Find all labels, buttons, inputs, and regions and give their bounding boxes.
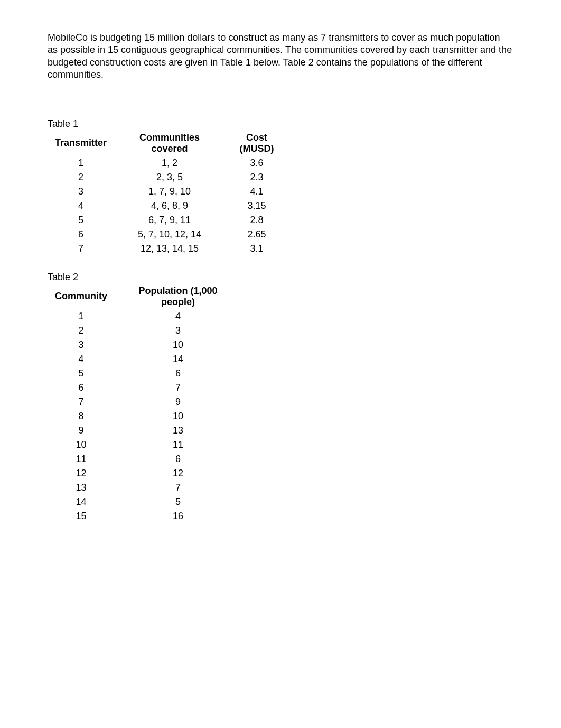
table1-cell-cost: 3.1 bbox=[225, 242, 288, 256]
table1-cell-cost: 2.65 bbox=[225, 227, 288, 242]
table2-cell-community: 7 bbox=[48, 395, 115, 409]
table-row: 23 bbox=[48, 324, 241, 338]
table2-cell-population: 10 bbox=[115, 338, 241, 352]
table2-cell-community: 4 bbox=[48, 352, 115, 366]
table-row: 56, 7, 9, 112.8 bbox=[48, 213, 288, 227]
table1-body: 11, 23.622, 3, 52.331, 7, 9, 104.144, 6,… bbox=[48, 156, 288, 256]
table1: Transmitter Communities covered Cost (MU… bbox=[48, 131, 288, 256]
table2-body: 1423310414566779810913101111612121371451… bbox=[48, 309, 241, 523]
table2-cell-community: 11 bbox=[48, 452, 115, 466]
intro-paragraph: MobileCo is budgeting 15 million dollars… bbox=[48, 32, 512, 81]
table-row: 56 bbox=[48, 366, 241, 381]
table1-cell-transmitter: 1 bbox=[48, 156, 114, 170]
table-row: 145 bbox=[48, 495, 241, 509]
table2-header-population: Population (1,000 people) bbox=[115, 284, 241, 309]
table2-cell-population: 7 bbox=[115, 481, 241, 495]
table1-cell-communities: 1, 7, 9, 10 bbox=[114, 185, 225, 199]
table1-cell-communities: 2, 3, 5 bbox=[114, 170, 225, 185]
table2-cell-population: 14 bbox=[115, 352, 241, 366]
table1-cell-transmitter: 4 bbox=[48, 199, 114, 213]
table-row: 913 bbox=[48, 423, 241, 438]
table1-cell-communities: 12, 13, 14, 15 bbox=[114, 242, 225, 256]
table2-cell-community: 13 bbox=[48, 481, 115, 495]
table2-cell-population: 6 bbox=[115, 452, 241, 466]
table2-caption: Table 2 bbox=[48, 272, 513, 283]
table-row: 31, 7, 9, 104.1 bbox=[48, 185, 288, 199]
table1-cell-cost: 4.1 bbox=[225, 185, 288, 199]
table2-cell-community: 5 bbox=[48, 366, 115, 381]
table1-cell-communities: 1, 2 bbox=[114, 156, 225, 170]
table-row: 79 bbox=[48, 395, 241, 409]
table2-cell-community: 2 bbox=[48, 324, 115, 338]
table-row: 1516 bbox=[48, 509, 241, 523]
table1-header-communities: Communities covered bbox=[114, 131, 225, 156]
table-row: 310 bbox=[48, 338, 241, 352]
table2-cell-population: 9 bbox=[115, 395, 241, 409]
table-row: 1011 bbox=[48, 438, 241, 452]
table2-cell-population: 16 bbox=[115, 509, 241, 523]
table-row: 137 bbox=[48, 481, 241, 495]
table1-cell-transmitter: 6 bbox=[48, 227, 114, 242]
table-row: 1212 bbox=[48, 466, 241, 481]
table-row: 712, 13, 14, 153.1 bbox=[48, 242, 288, 256]
table-row: 11, 23.6 bbox=[48, 156, 288, 170]
table1-cell-transmitter: 7 bbox=[48, 242, 114, 256]
table2-cell-population: 12 bbox=[115, 466, 241, 481]
table1-header-row: Transmitter Communities covered Cost (MU… bbox=[48, 131, 288, 156]
table1-cell-communities: 6, 7, 9, 11 bbox=[114, 213, 225, 227]
table2-cell-population: 6 bbox=[115, 366, 241, 381]
table2-cell-community: 6 bbox=[48, 381, 115, 395]
table2-cell-population: 10 bbox=[115, 409, 241, 423]
table1-cell-transmitter: 5 bbox=[48, 213, 114, 227]
table2-cell-community: 14 bbox=[48, 495, 115, 509]
table2-cell-community: 15 bbox=[48, 509, 115, 523]
table2-header-community: Community bbox=[48, 284, 115, 309]
table1-cell-cost: 2.8 bbox=[225, 213, 288, 227]
table1-header-cost: Cost (MUSD) bbox=[225, 131, 288, 156]
table1-cell-communities: 5, 7, 10, 12, 14 bbox=[114, 227, 225, 242]
table1-cell-cost: 3.15 bbox=[225, 199, 288, 213]
table-row: 414 bbox=[48, 352, 241, 366]
table1-cell-communities: 4, 6, 8, 9 bbox=[114, 199, 225, 213]
table2: Community Population (1,000 people) 1423… bbox=[48, 284, 241, 523]
table2-cell-community: 12 bbox=[48, 466, 115, 481]
table2-cell-population: 7 bbox=[115, 381, 241, 395]
table1-header-transmitter: Transmitter bbox=[48, 131, 114, 156]
table-row: 65, 7, 10, 12, 142.65 bbox=[48, 227, 288, 242]
table-row: 67 bbox=[48, 381, 241, 395]
table-row: 116 bbox=[48, 452, 241, 466]
table-row: 22, 3, 52.3 bbox=[48, 170, 288, 185]
table2-cell-population: 11 bbox=[115, 438, 241, 452]
table2-cell-community: 10 bbox=[48, 438, 115, 452]
table2-cell-population: 3 bbox=[115, 324, 241, 338]
table-row: 14 bbox=[48, 309, 241, 324]
table2-cell-community: 3 bbox=[48, 338, 115, 352]
table1-cell-transmitter: 3 bbox=[48, 185, 114, 199]
table1-cell-cost: 2.3 bbox=[225, 170, 288, 185]
table-row: 44, 6, 8, 93.15 bbox=[48, 199, 288, 213]
table2-header-row: Community Population (1,000 people) bbox=[48, 284, 241, 309]
table2-cell-population: 5 bbox=[115, 495, 241, 509]
table2-cell-community: 9 bbox=[48, 423, 115, 438]
table1-caption: Table 1 bbox=[48, 118, 513, 130]
table2-cell-population: 13 bbox=[115, 423, 241, 438]
table-row: 810 bbox=[48, 409, 241, 423]
table2-cell-community: 1 bbox=[48, 309, 115, 324]
table1-cell-transmitter: 2 bbox=[48, 170, 114, 185]
table2-cell-population: 4 bbox=[115, 309, 241, 324]
table2-cell-community: 8 bbox=[48, 409, 115, 423]
table1-cell-cost: 3.6 bbox=[225, 156, 288, 170]
